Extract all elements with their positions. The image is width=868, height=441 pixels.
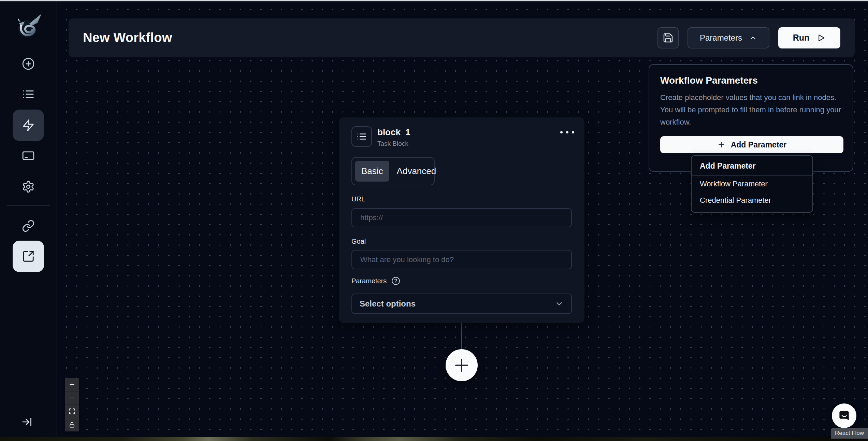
node-titles: block_1 Task Block [377,126,410,147]
node-title: block_1 [377,127,410,138]
plus-circle-icon [22,57,35,70]
add-parameter-menu: Add Parameter Workflow Parameter Credent… [691,155,813,213]
plus-icon [717,141,725,149]
play-icon [816,33,826,43]
tab-basic[interactable]: Basic [355,161,389,182]
url-input[interactable] [351,208,572,227]
flow-canvas[interactable]: New Workflow Parameters Run [57,0,868,441]
sidebar-collapse-button[interactable] [20,414,35,429]
parameters-select-value: Select options [360,299,416,309]
plus-icon [453,356,471,374]
node-more-menu-icon[interactable] [560,126,574,133]
chat-bubble-icon [837,409,851,423]
react-flow-attribution[interactable]: React Flow [831,428,868,439]
menu-item-workflow-parameter[interactable]: Workflow Parameter [692,176,812,192]
skyvern-logo[interactable] [14,11,43,40]
app-window: New Workflow Parameters Run [0,0,868,441]
parameters-label: Parameters [351,277,387,285]
add-parameter-button[interactable]: Add Parameter [660,136,843,153]
desktop-wallpaper-sliver [0,437,868,441]
tab-advanced[interactable]: Advanced [391,161,443,182]
save-button[interactable] [657,27,679,48]
sidebar-item-browser-session[interactable] [13,241,44,272]
add-block-button[interactable] [446,349,478,381]
list-bullet-icon [357,131,367,142]
run-button-label: Run [793,33,810,43]
sidebar-item-integrations[interactable] [13,210,44,242]
node-edge [461,323,462,350]
list-icon [22,88,35,101]
sidebar [0,0,57,441]
window-top-edge [0,0,868,1]
parameters-toggle-button[interactable]: Parameters [688,27,769,48]
plus-icon [69,381,75,388]
sidebar-item-settings[interactable] [13,171,44,202]
workflow-header: New Workflow Parameters Run [69,18,855,57]
zoom-out-button[interactable] [65,392,79,405]
arrow-to-bar-icon [21,416,33,428]
lock-open-icon [69,422,75,428]
canvas-controls [65,378,79,431]
gear-icon [22,180,35,193]
minus-icon [69,395,75,401]
fit-view-icon [69,408,75,415]
page-title: New Workflow [83,30,172,45]
task-block-node[interactable]: block_1 Task Block Basic Advanced URL Go… [339,117,584,323]
run-button[interactable]: Run [778,27,840,48]
lock-toggle-button[interactable] [65,418,79,431]
zap-icon [22,119,35,132]
chevron-up-icon [749,34,757,42]
menu-header: Add Parameter [692,156,812,176]
link-icon [22,219,35,232]
panel-description: Create placeholder values that you can l… [660,91,844,128]
parameters-field-row: Parameters [351,276,400,285]
parameters-button-label: Parameters [700,33,742,43]
parameters-select[interactable]: Select options [351,294,572,314]
chat-widget-button[interactable] [832,403,856,428]
node-header: block_1 Task Block [351,126,574,147]
sidebar-item-runs[interactable] [13,79,44,110]
external-link-icon [22,250,35,263]
node-type-icon-box [351,126,372,147]
chevron-down-icon [555,299,564,308]
sidebar-item-workflows[interactable] [13,110,44,141]
credit-card-icon [22,149,35,162]
add-parameter-button-label: Add Parameter [731,140,787,150]
sidebar-item-credentials[interactable] [13,140,44,171]
fit-view-button[interactable] [65,405,79,418]
goal-label: Goal [351,238,366,245]
node-subtitle: Task Block [377,140,410,147]
sidebar-divider [7,205,50,206]
zoom-in-button[interactable] [65,378,79,392]
help-circle-icon[interactable] [391,276,400,285]
panel-title: Workflow Parameters [660,75,842,86]
node-tabs: Basic Advanced [351,157,435,185]
header-actions: Parameters Run [657,27,840,48]
sidebar-item-create[interactable] [13,48,44,80]
save-icon [663,32,674,43]
goal-input[interactable] [351,250,572,269]
url-label: URL [351,195,365,203]
menu-item-credential-parameter[interactable]: Credential Parameter [692,192,812,209]
